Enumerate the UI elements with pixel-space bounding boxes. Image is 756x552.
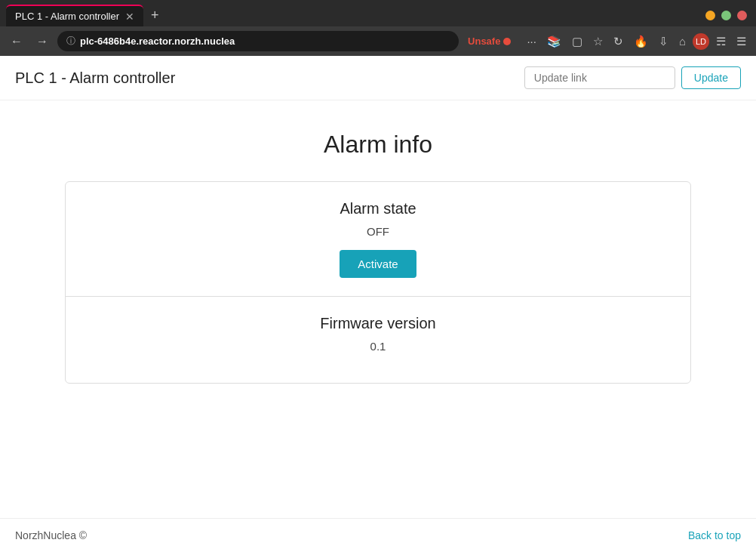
main-area: Alarm info Alarm state OFF Activate Firm… xyxy=(0,100,756,518)
active-tab[interactable]: PLC 1 - Alarm controller ✕ xyxy=(6,5,143,26)
update-link-input[interactable] xyxy=(524,66,675,89)
profile-button-ld[interactable]: LD xyxy=(693,33,709,50)
new-tab-button[interactable]: + xyxy=(146,6,164,25)
unsafe-dot xyxy=(503,38,511,45)
url-prefix: plc-6486b4e.reactor. xyxy=(80,35,174,47)
unsafe-badge: Unsafe xyxy=(463,34,515,48)
menu-button[interactable]: ☰ xyxy=(733,32,750,51)
address-info-icon: ⓘ xyxy=(66,35,75,48)
unsafe-label: Unsafe xyxy=(468,35,500,47)
download-button[interactable]: ⇩ xyxy=(655,32,672,51)
reload-button[interactable]: ↻ xyxy=(610,32,627,51)
address-bar[interactable]: ⓘ plc-6486b4e.reactor.norzh.nuclea xyxy=(57,31,459,51)
nav-icons: ··· 📚 ▢ ☆ ↻ 🔥 ⇩ ⌂ LD ☴ ☰ xyxy=(523,32,750,51)
back-button[interactable]: ← xyxy=(6,32,27,51)
firefox-icon-button[interactable]: 🔥 xyxy=(630,32,652,51)
window-dot-red xyxy=(737,11,747,20)
footer-brand: NorzhNuclea © xyxy=(15,529,87,541)
alarm-state-value: OFF xyxy=(84,225,672,238)
firmware-section: Firmware version 0.1 xyxy=(66,297,690,383)
browser-chrome: PLC 1 - Alarm controller ✕ + ← → ⓘ plc-6… xyxy=(0,0,756,56)
update-button[interactable]: Update xyxy=(681,66,741,89)
firmware-version-value: 0.1 xyxy=(84,340,672,353)
tab-bar: PLC 1 - Alarm controller ✕ + xyxy=(0,0,756,26)
firmware-version-title: Firmware version xyxy=(84,315,672,332)
alarm-state-title: Alarm state xyxy=(84,200,672,217)
window-controls xyxy=(705,11,750,20)
activate-button[interactable]: Activate xyxy=(340,250,416,278)
bookmark-icon-button[interactable]: ☆ xyxy=(589,32,607,51)
page-title: PLC 1 - Alarm controller xyxy=(15,69,175,87)
window-dot-green xyxy=(721,11,731,20)
tab-close-icon[interactable]: ✕ xyxy=(125,11,134,22)
nav-bar: ← → ⓘ plc-6486b4e.reactor.norzh.nuclea U… xyxy=(0,26,756,56)
screenshot-icon-button[interactable]: ▢ xyxy=(568,32,586,51)
more-options-button[interactable]: ··· xyxy=(523,32,540,50)
forward-button[interactable]: → xyxy=(32,32,53,51)
page-content: PLC 1 - Alarm controller Update Alarm in… xyxy=(0,56,756,552)
app-header: PLC 1 - Alarm controller Update xyxy=(0,56,756,100)
back-to-top-link[interactable]: Back to top xyxy=(688,529,741,541)
address-bar-url: plc-6486b4e.reactor.norzh.nuclea xyxy=(80,35,235,47)
page-footer: NorzhNuclea © Back to top xyxy=(0,518,756,552)
info-card: Alarm state OFF Activate Firmware versio… xyxy=(65,181,691,384)
update-area: Update xyxy=(524,66,741,89)
sync-button[interactable]: ☴ xyxy=(712,32,730,51)
alarm-info-title: Alarm info xyxy=(324,131,432,159)
tab-title: PLC 1 - Alarm controller xyxy=(15,11,119,22)
url-domain: norzh.nuclea xyxy=(174,35,235,47)
alarm-state-section: Alarm state OFF Activate xyxy=(66,182,690,297)
home-button[interactable]: ⌂ xyxy=(675,32,690,50)
window-dot-yellow xyxy=(705,11,715,20)
pocket-icon-button[interactable]: 📚 xyxy=(543,32,565,51)
